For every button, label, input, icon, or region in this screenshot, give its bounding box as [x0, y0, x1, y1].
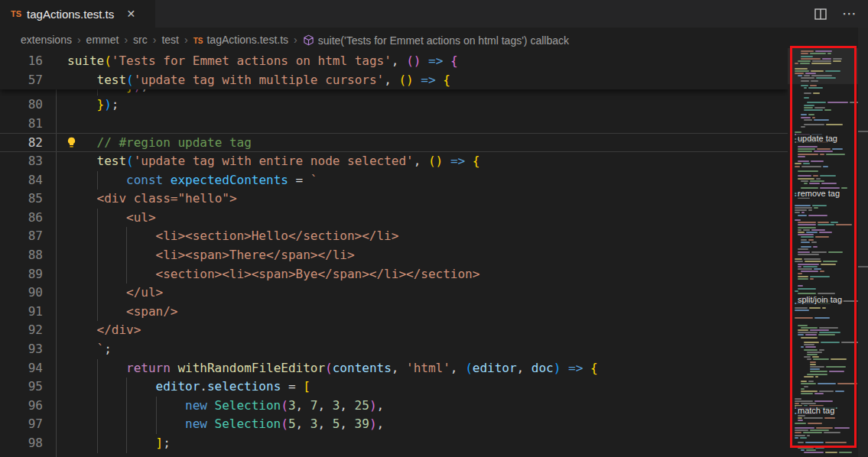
- sticky-line-57[interactable]: 57test('update tag with multiple cursors…: [0, 71, 788, 90]
- line-number[interactable]: 81: [0, 115, 43, 134]
- code-line-82[interactable]: 82// #region update tag: [0, 133, 788, 152]
- line-text: editor.selections = [: [156, 378, 310, 397]
- minimap-line: [798, 325, 809, 326]
- minimap-line: [795, 163, 811, 164]
- more-actions-icon[interactable]: ⋯: [840, 5, 859, 23]
- minimap-line: [798, 417, 837, 419]
- line-number[interactable]: 91: [0, 303, 43, 322]
- minimap-line: [798, 442, 848, 443]
- line-number[interactable]: 86: [0, 209, 43, 228]
- line-number[interactable]: 89: [0, 265, 43, 284]
- code-line-81[interactable]: 81: [0, 115, 788, 134]
- minimap[interactable]: update tagremove tagsplit/join tagmatch …: [788, 28, 858, 457]
- code-line-83[interactable]: 83test('update tag with entire node sele…: [0, 152, 788, 171]
- minimap-line: [795, 403, 818, 404]
- minimap-section-label: split/join tag: [796, 295, 844, 304]
- breadcrumb-item-emmet[interactable]: emmet: [86, 34, 119, 46]
- split-editor-icon[interactable]: [811, 5, 830, 23]
- code-line-86[interactable]: 86<ul>: [0, 209, 788, 228]
- minimap-line: [804, 107, 827, 109]
- line-number[interactable]: 92: [0, 321, 43, 340]
- minimap-line: [798, 334, 837, 335]
- sticky-line-16[interactable]: 16suite('Tests for Emmet actions on html…: [0, 52, 788, 71]
- minimap-line: [798, 273, 804, 274]
- line-number[interactable]: 87: [0, 227, 43, 246]
- minimap-line: [801, 383, 859, 384]
- code-line-80[interactable]: 80});: [0, 96, 788, 115]
- code-line-87[interactable]: 87<li><section>Hello</section></li>: [0, 227, 788, 246]
- minimap-line: [801, 449, 818, 451]
- line-number[interactable]: 98: [0, 434, 43, 453]
- code-line-90[interactable]: 90</ul>: [0, 284, 788, 303]
- line-number[interactable]: 95: [0, 378, 43, 397]
- line-number[interactable]: 97: [0, 415, 43, 434]
- minimap-line: [801, 77, 837, 79]
- code-editor[interactable]: 16suite('Tests for Emmet actions on html…: [0, 52, 788, 457]
- lightbulb-icon[interactable]: [65, 136, 79, 150]
- code-line-92[interactable]: 92</div>: [0, 321, 788, 340]
- minimap-line: [804, 349, 826, 351]
- minimap-line: [810, 366, 847, 368]
- line-number[interactable]: 85: [0, 190, 43, 209]
- breadcrumb-item-test[interactable]: test: [161, 34, 179, 46]
- code-line-93[interactable]: 93`;: [0, 340, 788, 359]
- minimap-section-label: match tag: [796, 406, 836, 415]
- indent-guide: [97, 284, 98, 303]
- code-line-98[interactable]: 98];: [0, 434, 788, 453]
- code-line-95[interactable]: 95editor.selections = [: [0, 378, 788, 397]
- minimap-line: [798, 264, 837, 265]
- indent-guide: [156, 397, 157, 416]
- line-number[interactable]: 57: [0, 71, 43, 90]
- minimap-line: [798, 227, 818, 228]
- line-number[interactable]: 94: [0, 359, 43, 378]
- indent-guide: [97, 378, 98, 397]
- minimap-line: [795, 207, 820, 209]
- line-text: `;: [97, 340, 112, 359]
- indent-guide: [126, 434, 127, 453]
- breadcrumb-item-extensions[interactable]: extensions: [21, 34, 72, 46]
- line-number[interactable]: 90: [0, 284, 43, 303]
- code-line-85[interactable]: 85<div class="hello">: [0, 190, 788, 209]
- minimap-line: [804, 109, 833, 111]
- line-number[interactable]: 16: [0, 52, 43, 71]
- code-line-94[interactable]: 94return withRandomFileEditor(contents, …: [0, 359, 788, 378]
- breadcrumb-item-symbol[interactable]: suite('Tests for Emmet actions on html t…: [303, 33, 569, 47]
- code-line-97[interactable]: 97new Selection(5, 3, 5, 39),: [0, 415, 788, 434]
- tab-bar: TS tagActions.test.ts ✕ ⋯: [0, 0, 868, 28]
- minimap-line: [798, 75, 834, 76]
- line-text: ];: [156, 434, 171, 453]
- code-line-96[interactable]: 96new Selection(3, 7, 3, 25),: [0, 397, 788, 416]
- minimap-line: [804, 124, 844, 125]
- indent-guide: [97, 434, 98, 453]
- minimap-line: [810, 364, 818, 365]
- overview-ruler-mark: [858, 266, 868, 267]
- code-line-89[interactable]: 89<section><li><span>Bye</span></li></se…: [0, 265, 788, 284]
- line-number[interactable]: 82: [0, 134, 43, 153]
- minimap-line: [798, 278, 815, 280]
- minimap-line: [798, 151, 834, 152]
- line-number[interactable]: 84: [0, 171, 43, 190]
- line-number[interactable]: 80: [0, 96, 43, 115]
- breadcrumb-item-file[interactable]: TStagActions.test.ts: [193, 34, 288, 46]
- minimap-line: [810, 368, 821, 370]
- minimap-line: [801, 246, 819, 248]
- line-number[interactable]: 96: [0, 397, 43, 416]
- minimap-line: [795, 429, 831, 431]
- overview-ruler[interactable]: [858, 28, 868, 457]
- code-line-91[interactable]: 91<span/>: [0, 303, 788, 322]
- line-text: new Selection(5, 3, 5, 39),: [185, 415, 384, 434]
- line-number[interactable]: 93: [0, 340, 43, 359]
- minimap-line: [804, 97, 811, 99]
- indent-guide: [126, 246, 127, 265]
- line-number[interactable]: 88: [0, 246, 43, 265]
- tab-tagactions-test-ts[interactable]: TS tagActions.test.ts ✕: [0, 0, 155, 28]
- code-line-84[interactable]: 84const expectedContents = `: [0, 171, 788, 190]
- line-number[interactable]: 83: [0, 152, 43, 171]
- code-line-partial[interactable]: });: [0, 89, 788, 96]
- close-tab-icon[interactable]: ✕: [123, 6, 138, 21]
- breadcrumb-item-src[interactable]: src: [133, 34, 148, 46]
- minimap-line: [801, 126, 807, 128]
- code-line-88[interactable]: 88<li><span>There</span></li>: [0, 246, 788, 265]
- indent-guide: [97, 209, 98, 228]
- minimap-line: [798, 60, 843, 62]
